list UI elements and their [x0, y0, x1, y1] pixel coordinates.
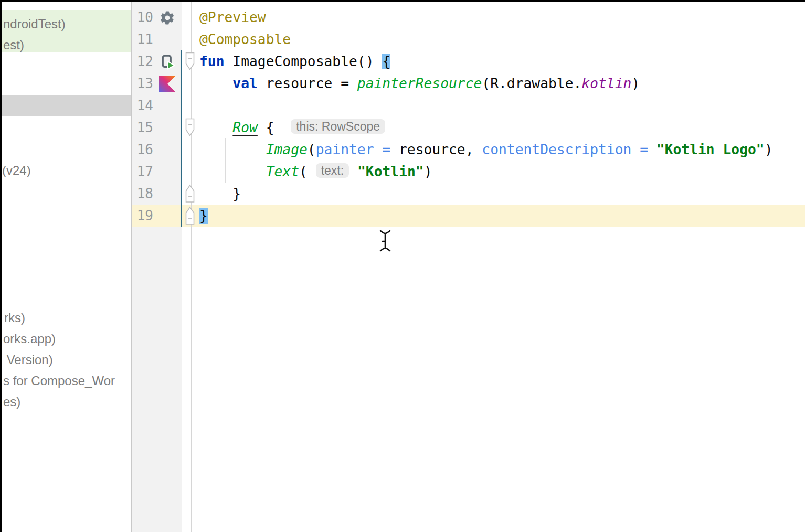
- code-token: (: [299, 164, 316, 179]
- line-number: 10: [131, 6, 153, 28]
- window-top-edge: [0, 0, 805, 2]
- code-token: [199, 120, 232, 135]
- code-line[interactable]: @Preview: [192, 6, 805, 28]
- code-token: [258, 120, 266, 135]
- line-number: 16: [131, 139, 153, 161]
- code-token: @Composable: [199, 31, 291, 47]
- sidebar-item[interactable]: ndroidTest): [3, 14, 66, 35]
- code-token: Row: [232, 120, 258, 135]
- code-line[interactable]: @Composable: [192, 28, 805, 50]
- line-number: 14: [131, 94, 153, 116]
- gear-icon[interactable]: [158, 9, 176, 27]
- code-token: ImageComposable(): [225, 54, 383, 69]
- code-token: ): [424, 164, 432, 179]
- gutter-line: 13: [131, 72, 199, 94]
- sidebar-item[interactable]: Version): [3, 349, 53, 370]
- code-token: }: [199, 186, 241, 201]
- code-token: ): [631, 76, 640, 91]
- project-sidebar[interactable]: ndroidTest)est)(v24)rks)orks.app) Versio…: [2, 2, 131, 532]
- code-token: resource =: [258, 76, 357, 91]
- code-line[interactable]: Row { this: RowScope: [192, 116, 805, 139]
- code-line[interactable]: }: [192, 183, 805, 205]
- kotlin-icon[interactable]: [158, 75, 176, 93]
- gutter-line: 15: [131, 116, 199, 139]
- line-number: 12: [131, 50, 153, 72]
- ide-window: ndroidTest)est)(v24)rks)orks.app) Versio…: [0, 0, 805, 532]
- inlay-hint: text:: [316, 163, 349, 178]
- code-token: val: [232, 76, 258, 91]
- sidebar-item[interactable]: orks.app): [3, 328, 56, 349]
- code-token: Image: [266, 142, 308, 157]
- gutter-line: 11: [131, 28, 199, 50]
- gutter-line: 12: [131, 50, 199, 72]
- gutter-line: 19: [131, 205, 199, 227]
- gutter-line: 17: [131, 161, 199, 183]
- code-line[interactable]: [192, 94, 805, 116]
- line-number: 19: [131, 205, 153, 227]
- code-token: painter =: [316, 142, 399, 157]
- code-token: @Preview: [199, 9, 266, 25]
- gutter-line: 10: [131, 6, 199, 28]
- sidebar-item[interactable]: es): [3, 391, 20, 412]
- code-line[interactable]: }: [192, 205, 805, 227]
- code-token: contentDescription =: [482, 142, 656, 157]
- line-number: 18: [131, 183, 153, 205]
- code-line[interactable]: Text( text: "Kotlin"): [192, 161, 805, 183]
- sidebar-item[interactable]: rks): [4, 307, 25, 328]
- tree-selection-inactive: [2, 95, 131, 116]
- code-token: Text: [266, 164, 299, 179]
- sidebar-item[interactable]: s for Compose_Wor: [3, 370, 115, 391]
- line-number: 15: [131, 116, 153, 139]
- code-token: fun: [199, 54, 225, 69]
- code-token: "Kotlin Logo": [656, 142, 765, 157]
- inlay-hint: this: RowScope: [291, 119, 385, 134]
- code-token: kotlin: [581, 76, 631, 91]
- code-token: [199, 164, 266, 179]
- code-token: ): [765, 142, 773, 157]
- code-token: [199, 76, 232, 91]
- code-token: resource,: [399, 142, 482, 157]
- text-cursor-pointer: [378, 229, 393, 254]
- gutter-line: 18: [131, 183, 199, 205]
- code-token: [349, 164, 357, 179]
- code-token: (: [308, 142, 316, 157]
- code-line[interactable]: fun ImageComposable() {: [192, 50, 805, 72]
- line-number: 17: [131, 161, 153, 183]
- gutter-line: 14: [131, 94, 199, 116]
- run-preview-icon[interactable]: [158, 53, 176, 71]
- code-line[interactable]: Image(painter = resource, contentDescrip…: [192, 139, 805, 161]
- code-line[interactable]: val resource = painterResource(R.drawabl…: [192, 72, 805, 94]
- window-left-edge: [0, 0, 2, 532]
- line-number: 11: [131, 28, 153, 50]
- code-token: }: [199, 208, 208, 224]
- code-token: {: [266, 120, 274, 135]
- line-number: 13: [131, 72, 153, 94]
- code-token: [199, 142, 266, 157]
- code-token: painterResource: [357, 76, 482, 91]
- code-token: {: [382, 54, 390, 69]
- code-token: [274, 120, 291, 135]
- sidebar-item[interactable]: est): [3, 35, 24, 56]
- code-token: (R.drawable.: [482, 76, 581, 91]
- sidebar-item[interactable]: (v24): [2, 160, 31, 181]
- gutter-line: 16: [131, 139, 199, 161]
- code-token: "Kotlin": [357, 164, 424, 179]
